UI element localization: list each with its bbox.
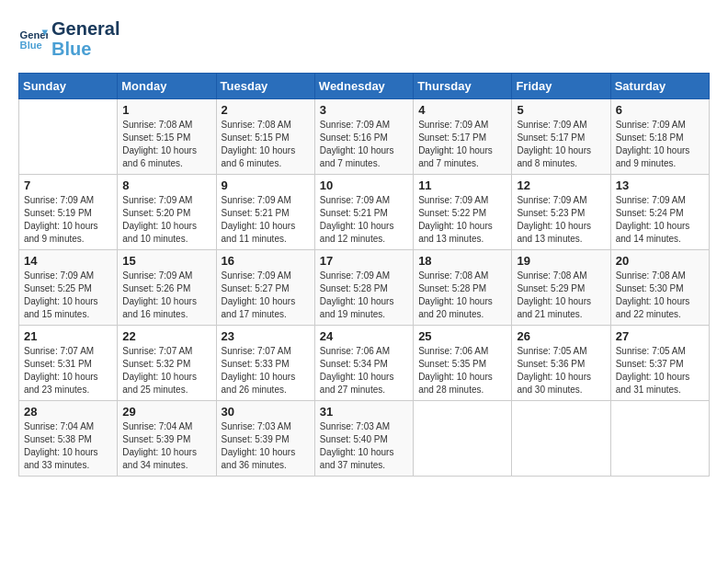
day-number: 22 xyxy=(122,329,210,343)
day-cell: 7Sunrise: 7:09 AM Sunset: 5:19 PM Daylig… xyxy=(19,175,118,250)
day-cell: 18Sunrise: 7:08 AM Sunset: 5:28 PM Dayli… xyxy=(414,250,512,326)
day-number: 29 xyxy=(122,405,210,419)
day-cell: 15Sunrise: 7:09 AM Sunset: 5:26 PM Dayli… xyxy=(118,250,216,326)
day-cell: 17Sunrise: 7:09 AM Sunset: 5:28 PM Dayli… xyxy=(314,250,413,326)
day-number: 13 xyxy=(616,178,704,192)
week-row-3: 14Sunrise: 7:09 AM Sunset: 5:25 PM Dayli… xyxy=(19,250,710,326)
day-cell: 6Sunrise: 7:09 AM Sunset: 5:18 PM Daylig… xyxy=(610,99,709,175)
day-number: 25 xyxy=(418,329,506,343)
day-number: 20 xyxy=(616,254,704,268)
weekday-header-thursday: Thursday xyxy=(414,74,512,99)
day-info: Sunrise: 7:04 AM Sunset: 5:39 PM Dayligh… xyxy=(122,420,210,472)
week-row-4: 21Sunrise: 7:07 AM Sunset: 5:31 PM Dayli… xyxy=(19,326,710,401)
day-number: 19 xyxy=(517,254,605,268)
day-info: Sunrise: 7:09 AM Sunset: 5:27 PM Dayligh… xyxy=(222,270,310,321)
day-info: Sunrise: 7:09 AM Sunset: 5:22 PM Dayligh… xyxy=(418,194,506,246)
weekday-header-sunday: Sunday xyxy=(19,74,118,99)
weekday-header-wednesday: Wednesday xyxy=(314,74,413,99)
day-cell: 9Sunrise: 7:09 AM Sunset: 5:21 PM Daylig… xyxy=(216,175,314,250)
day-number: 5 xyxy=(517,103,605,117)
day-cell xyxy=(512,401,610,477)
day-cell: 3Sunrise: 7:09 AM Sunset: 5:16 PM Daylig… xyxy=(314,99,413,175)
day-info: Sunrise: 7:05 AM Sunset: 5:36 PM Dayligh… xyxy=(517,345,605,396)
day-number: 21 xyxy=(24,329,112,343)
day-cell: 30Sunrise: 7:03 AM Sunset: 5:39 PM Dayli… xyxy=(216,401,314,477)
day-cell xyxy=(610,401,709,477)
day-number: 24 xyxy=(320,329,408,343)
day-info: Sunrise: 7:09 AM Sunset: 5:17 PM Dayligh… xyxy=(418,119,506,170)
page-header: General Blue General Blue xyxy=(18,18,710,59)
day-number: 8 xyxy=(122,178,210,192)
day-info: Sunrise: 7:09 AM Sunset: 5:26 PM Dayligh… xyxy=(122,270,210,321)
day-number: 27 xyxy=(616,329,704,343)
logo-blue: Blue xyxy=(51,39,119,59)
day-info: Sunrise: 7:09 AM Sunset: 5:21 PM Dayligh… xyxy=(222,194,310,246)
day-number: 3 xyxy=(320,103,408,117)
day-info: Sunrise: 7:09 AM Sunset: 5:23 PM Dayligh… xyxy=(517,194,605,246)
day-number: 16 xyxy=(222,254,310,268)
day-cell: 19Sunrise: 7:08 AM Sunset: 5:29 PM Dayli… xyxy=(512,250,610,326)
day-cell: 20Sunrise: 7:08 AM Sunset: 5:30 PM Dayli… xyxy=(610,250,709,326)
day-cell: 28Sunrise: 7:04 AM Sunset: 5:38 PM Dayli… xyxy=(19,401,118,477)
day-number: 4 xyxy=(418,103,506,117)
day-number: 23 xyxy=(222,329,310,343)
day-number: 6 xyxy=(616,103,704,117)
day-info: Sunrise: 7:07 AM Sunset: 5:32 PM Dayligh… xyxy=(122,345,210,396)
svg-text:Blue: Blue xyxy=(20,40,42,51)
day-cell: 16Sunrise: 7:09 AM Sunset: 5:27 PM Dayli… xyxy=(216,250,314,326)
day-info: Sunrise: 7:08 AM Sunset: 5:15 PM Dayligh… xyxy=(122,119,210,170)
day-cell: 24Sunrise: 7:06 AM Sunset: 5:34 PM Dayli… xyxy=(314,326,413,401)
day-cell: 11Sunrise: 7:09 AM Sunset: 5:22 PM Dayli… xyxy=(414,175,512,250)
day-cell: 22Sunrise: 7:07 AM Sunset: 5:32 PM Dayli… xyxy=(118,326,216,401)
day-cell: 26Sunrise: 7:05 AM Sunset: 5:36 PM Dayli… xyxy=(512,326,610,401)
day-cell: 2Sunrise: 7:08 AM Sunset: 5:15 PM Daylig… xyxy=(216,99,314,175)
day-info: Sunrise: 7:04 AM Sunset: 5:38 PM Dayligh… xyxy=(24,420,112,472)
week-row-1: 1Sunrise: 7:08 AM Sunset: 5:15 PM Daylig… xyxy=(19,99,710,175)
day-cell xyxy=(414,401,512,477)
weekday-header-row: SundayMondayTuesdayWednesdayThursdayFrid… xyxy=(19,74,710,99)
day-number: 9 xyxy=(222,178,310,192)
day-cell: 21Sunrise: 7:07 AM Sunset: 5:31 PM Dayli… xyxy=(19,326,118,401)
day-info: Sunrise: 7:09 AM Sunset: 5:19 PM Dayligh… xyxy=(24,194,112,246)
day-cell: 25Sunrise: 7:06 AM Sunset: 5:35 PM Dayli… xyxy=(414,326,512,401)
day-number: 15 xyxy=(122,254,210,268)
day-cell: 12Sunrise: 7:09 AM Sunset: 5:23 PM Dayli… xyxy=(512,175,610,250)
day-info: Sunrise: 7:06 AM Sunset: 5:35 PM Dayligh… xyxy=(418,345,506,396)
day-info: Sunrise: 7:09 AM Sunset: 5:18 PM Dayligh… xyxy=(616,119,704,170)
day-number: 12 xyxy=(517,178,605,192)
day-info: Sunrise: 7:06 AM Sunset: 5:34 PM Dayligh… xyxy=(320,345,408,396)
day-info: Sunrise: 7:09 AM Sunset: 5:24 PM Dayligh… xyxy=(616,194,704,246)
day-number: 7 xyxy=(24,178,112,192)
day-number: 14 xyxy=(24,254,112,268)
weekday-header-friday: Friday xyxy=(512,74,610,99)
day-info: Sunrise: 7:09 AM Sunset: 5:20 PM Dayligh… xyxy=(122,194,210,246)
day-info: Sunrise: 7:08 AM Sunset: 5:28 PM Dayligh… xyxy=(418,270,506,321)
day-cell: 5Sunrise: 7:09 AM Sunset: 5:17 PM Daylig… xyxy=(512,99,610,175)
day-info: Sunrise: 7:08 AM Sunset: 5:15 PM Dayligh… xyxy=(222,119,310,170)
day-number: 1 xyxy=(122,103,210,117)
day-info: Sunrise: 7:09 AM Sunset: 5:21 PM Dayligh… xyxy=(320,194,408,246)
day-cell xyxy=(19,99,118,175)
weekday-header-monday: Monday xyxy=(118,74,216,99)
day-cell: 10Sunrise: 7:09 AM Sunset: 5:21 PM Dayli… xyxy=(314,175,413,250)
day-cell: 8Sunrise: 7:09 AM Sunset: 5:20 PM Daylig… xyxy=(118,175,216,250)
day-number: 17 xyxy=(320,254,408,268)
day-number: 2 xyxy=(222,103,310,117)
logo-icon: General Blue xyxy=(18,24,48,53)
day-number: 18 xyxy=(418,254,506,268)
day-info: Sunrise: 7:09 AM Sunset: 5:17 PM Dayligh… xyxy=(517,119,605,170)
day-number: 30 xyxy=(222,405,310,419)
day-cell: 1Sunrise: 7:08 AM Sunset: 5:15 PM Daylig… xyxy=(118,99,216,175)
day-cell: 13Sunrise: 7:09 AM Sunset: 5:24 PM Dayli… xyxy=(610,175,709,250)
day-cell: 31Sunrise: 7:03 AM Sunset: 5:40 PM Dayli… xyxy=(314,401,413,477)
day-cell: 4Sunrise: 7:09 AM Sunset: 5:17 PM Daylig… xyxy=(414,99,512,175)
logo: General Blue General Blue xyxy=(18,18,119,59)
day-info: Sunrise: 7:08 AM Sunset: 5:29 PM Dayligh… xyxy=(517,270,605,321)
week-row-2: 7Sunrise: 7:09 AM Sunset: 5:19 PM Daylig… xyxy=(19,175,710,250)
day-info: Sunrise: 7:07 AM Sunset: 5:31 PM Dayligh… xyxy=(24,345,112,396)
day-number: 31 xyxy=(320,405,408,419)
day-cell: 23Sunrise: 7:07 AM Sunset: 5:33 PM Dayli… xyxy=(216,326,314,401)
day-cell: 27Sunrise: 7:05 AM Sunset: 5:37 PM Dayli… xyxy=(610,326,709,401)
day-info: Sunrise: 7:07 AM Sunset: 5:33 PM Dayligh… xyxy=(222,345,310,396)
day-number: 28 xyxy=(24,405,112,419)
